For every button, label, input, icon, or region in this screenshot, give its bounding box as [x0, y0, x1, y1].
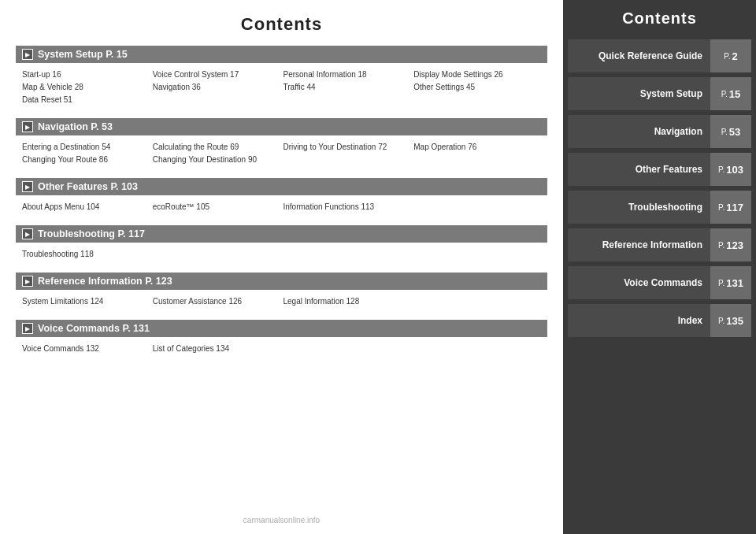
list-item: Traffic 44	[284, 81, 411, 93]
section-items-navigation: Entering a Destination 54 Calculating th…	[16, 139, 547, 170]
section-title-troubleshooting: Troubleshooting P. 117	[38, 228, 145, 239]
sidebar-item-page: P. 131	[710, 266, 751, 299]
sidebar-item-label: Navigation	[568, 126, 710, 137]
sidebar-item-page: P. 2	[710, 39, 751, 72]
sidebar-item-label: Quick Reference Guide	[568, 50, 710, 61]
list-item: Map Operation 76	[413, 141, 541, 153]
list-item	[413, 94, 541, 106]
list-item: Voice Control System 17	[153, 69, 280, 80]
list-item: Changing Your Destination 90	[153, 154, 280, 165]
sidebar-item-page: P. 53	[710, 115, 751, 148]
list-item: About Apps Menu 104	[22, 201, 150, 213]
sidebar-item-page: P. 123	[710, 228, 751, 261]
section-header-system-setup: ▶ System Setup P. 15	[16, 46, 547, 63]
sidebar-item-label: Voice Commands	[568, 277, 710, 288]
list-item	[284, 154, 411, 165]
sidebar-item-label: Troubleshooting	[568, 202, 710, 213]
list-item	[413, 295, 541, 307]
list-item: Information Functions 113	[284, 201, 411, 213]
list-item: Map & Vehicle 28	[22, 81, 150, 93]
section-icon-system-setup: ▶	[22, 49, 33, 60]
sidebar-item-label: Reference Information	[568, 239, 710, 250]
section-items-voice-commands: Voice Commands 132 List of Categories 13…	[16, 340, 547, 359]
list-item: Calculating the Route 69	[153, 141, 280, 153]
section-icon-troubleshooting: ▶	[22, 228, 33, 239]
section-icon-navigation: ▶	[22, 121, 33, 132]
section-icon-other-features: ▶	[22, 181, 33, 192]
list-item: Changing Your Route 86	[22, 154, 150, 165]
sidebar-item-index[interactable]: Index P. 135	[568, 304, 751, 337]
section-items-troubleshooting: Troubleshooting 118	[16, 246, 547, 265]
list-item: Troubleshooting 118	[22, 248, 541, 260]
sidebar-item-troubleshooting[interactable]: Troubleshooting P. 117	[568, 191, 751, 224]
sidebar-item-reference-information[interactable]: Reference Information P. 123	[568, 228, 751, 261]
sidebar-item-navigation[interactable]: Navigation P. 53	[568, 115, 751, 148]
list-item	[413, 343, 541, 354]
list-item	[413, 154, 541, 165]
section-header-other-features: ▶ Other Features P. 103	[16, 178, 547, 195]
list-item	[284, 343, 411, 354]
section-items-reference: System Limitations 124 Customer Assistan…	[16, 293, 547, 312]
section-icon-voice-commands: ▶	[22, 323, 33, 334]
section-title-navigation: Navigation P. 53	[38, 121, 113, 132]
list-item: Start-up 16	[22, 69, 150, 80]
list-item: List of Categories 134	[153, 343, 280, 354]
sidebar-title: Contents	[563, 0, 756, 37]
list-item: Driving to Your Destination 72	[284, 141, 411, 153]
section-header-reference: ▶ Reference Information P. 123	[16, 273, 547, 290]
list-item: ecoRoute™ 105	[153, 201, 280, 213]
main-content: Contents ▶ System Setup P. 15 Start-up 1…	[0, 0, 563, 534]
section-title-reference: Reference Information P. 123	[38, 276, 172, 287]
list-item: System Limitations 124	[22, 295, 150, 307]
section-items-other-features: About Apps Menu 104 ecoRoute™ 105 Inform…	[16, 198, 547, 217]
section-title-other-features: Other Features P. 103	[38, 181, 138, 192]
sidebar-item-voice-commands[interactable]: Voice Commands P. 131	[568, 266, 751, 299]
sidebar: Contents Quick Reference Guide P. 2 Syst…	[563, 0, 756, 534]
sidebar-item-system-setup[interactable]: System Setup P. 15	[568, 77, 751, 110]
watermark: carmanualsonline.info	[0, 516, 563, 525]
list-item: Other Settings 45	[413, 81, 541, 93]
page-title: Contents	[16, 14, 547, 35]
list-item: Data Reset 51	[22, 94, 150, 106]
sidebar-item-page: P. 117	[710, 191, 751, 224]
section-icon-reference: ▶	[22, 276, 33, 287]
list-item: Navigation 36	[153, 81, 280, 93]
list-item: Personal Information 18	[284, 69, 411, 80]
list-item: Voice Commands 132	[22, 343, 150, 354]
section-header-navigation: ▶ Navigation P. 53	[16, 118, 547, 135]
sidebar-item-label: Index	[568, 315, 710, 326]
list-item: Display Mode Settings 26	[413, 69, 541, 80]
section-title-system-setup: System Setup P. 15	[38, 49, 128, 60]
sidebar-item-other-features[interactable]: Other Features P. 103	[568, 153, 751, 186]
list-item: Entering a Destination 54	[22, 141, 150, 153]
sidebar-item-page: P. 15	[710, 77, 751, 110]
list-item: Legal Information 128	[284, 295, 411, 307]
sidebar-item-quick-reference[interactable]: Quick Reference Guide P. 2	[568, 39, 751, 72]
sidebar-item-label: System Setup	[568, 88, 710, 99]
sidebar-item-page: P. 135	[710, 304, 751, 337]
section-header-voice-commands: ▶ Voice Commands P. 131	[16, 320, 547, 337]
section-items-system-setup: Start-up 16 Voice Control System 17 Pers…	[16, 66, 547, 110]
section-title-voice-commands: Voice Commands P. 131	[38, 323, 150, 334]
sidebar-item-page: P. 103	[710, 153, 751, 186]
list-item: Customer Assistance 126	[153, 295, 280, 307]
list-item	[284, 94, 411, 106]
section-header-troubleshooting: ▶ Troubleshooting P. 117	[16, 225, 547, 243]
sidebar-item-label: Other Features	[568, 164, 710, 175]
list-item	[153, 94, 280, 106]
list-item	[413, 201, 541, 213]
